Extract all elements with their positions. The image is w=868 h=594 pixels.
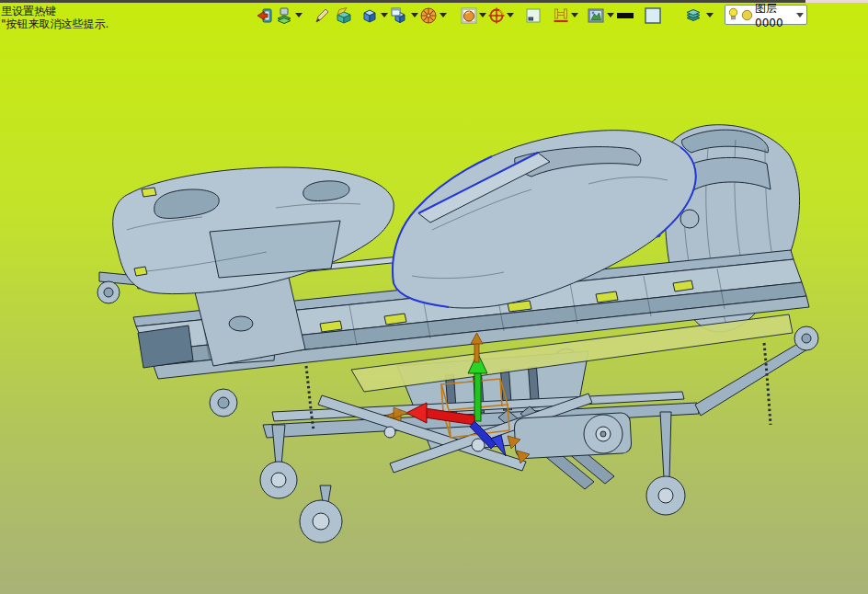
solid-cube-dropdown[interactable] bbox=[381, 13, 388, 17]
insert-component-icon[interactable] bbox=[276, 6, 294, 25]
exit-confirm-icon[interactable] bbox=[256, 6, 274, 25]
canvas-frame-icon[interactable] bbox=[524, 6, 542, 25]
layer-combo-value: 图层0000 bbox=[755, 1, 796, 29]
material-sphere-dropdown[interactable] bbox=[479, 13, 486, 17]
solid-cube-icon[interactable] bbox=[360, 6, 379, 25]
layer-combo-dropdown-arrow[interactable] bbox=[796, 13, 804, 17]
suppress-layers-icon[interactable] bbox=[684, 6, 702, 25]
viewport-3d[interactable] bbox=[0, 0, 868, 594]
cube-window-dropdown[interactable] bbox=[411, 13, 418, 17]
blank-square-icon[interactable] bbox=[644, 6, 662, 25]
hint-line2: "按钮来取消这些提示. bbox=[1, 17, 108, 30]
dimension-h-dropdown[interactable] bbox=[571, 13, 578, 17]
render-wheel-icon[interactable] bbox=[419, 6, 438, 25]
layer-combobox[interactable]: 图层0000 bbox=[725, 5, 807, 25]
target-compass-icon[interactable] bbox=[487, 6, 506, 25]
render-wheel-dropdown[interactable] bbox=[440, 13, 447, 17]
scene-render-icon[interactable] bbox=[587, 6, 605, 25]
siderail-panel-left[interactable] bbox=[113, 167, 394, 294]
sketch-pen-icon[interactable] bbox=[313, 6, 331, 25]
open-box-icon[interactable] bbox=[335, 6, 353, 25]
dimension-h-icon[interactable] bbox=[552, 6, 570, 25]
suppress-layers-dropdown[interactable] bbox=[706, 13, 714, 17]
hint-text: 里设置热键"按钮来取消这些提示. bbox=[1, 5, 108, 30]
hint-line1: 里设置热键 bbox=[1, 5, 56, 17]
lightbulb-icon bbox=[727, 7, 739, 22]
target-compass-dropdown[interactable] bbox=[507, 13, 514, 17]
insert-component-dropdown[interactable] bbox=[295, 13, 303, 17]
layer-color-swatch bbox=[741, 9, 753, 21]
thickness-bar-icon[interactable] bbox=[616, 6, 634, 25]
material-sphere-icon[interactable] bbox=[460, 6, 478, 25]
footboard-hinge[interactable] bbox=[680, 210, 699, 228]
scene-render-dropdown[interactable] bbox=[607, 13, 614, 17]
cube-window-icon[interactable] bbox=[390, 6, 408, 25]
